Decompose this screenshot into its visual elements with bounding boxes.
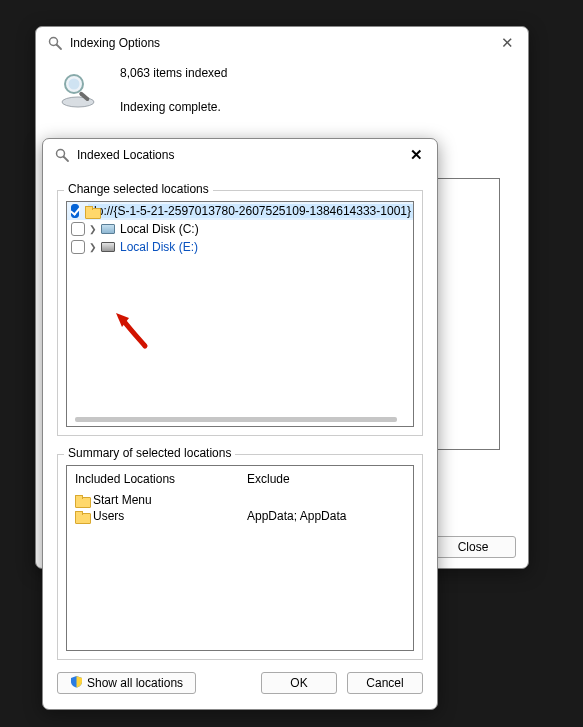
tree-row[interactable]: ❯ Local Disk (E:) [67, 238, 413, 256]
summary-row-name: Users [93, 509, 124, 523]
included-header: Included Locations [75, 472, 231, 486]
checkbox[interactable] [71, 240, 85, 254]
ok-button[interactable]: OK [261, 672, 337, 694]
close-icon[interactable]: ✕ [497, 34, 518, 52]
indexed-locations-window: Indexed Locations ✕ Change selected loca… [42, 138, 438, 710]
folder-icon [75, 511, 89, 522]
show-all-locations-button[interactable]: Show all locations [57, 672, 196, 694]
annotation-arrow-icon [113, 310, 153, 350]
tree-row-label: Local Disk (E:) [118, 240, 200, 254]
summary-row[interactable]: Users [75, 508, 231, 524]
svg-line-1 [57, 45, 62, 50]
titlebar[interactable]: Indexed Locations ✕ [43, 139, 437, 168]
tree-row-label: dp://{S-1-5-21-2597013780-2607525109-138… [88, 204, 413, 218]
summary-row-name: Start Menu [93, 493, 152, 507]
tree-row[interactable]: dp://{S-1-5-21-2597013780-2607525109-138… [67, 202, 413, 220]
tree-row-label: Local Disk (C:) [118, 222, 201, 236]
svg-point-4 [69, 79, 80, 90]
window-title: Indexed Locations [77, 148, 406, 162]
summary-exclude-cell [247, 492, 346, 508]
folder-icon [75, 495, 89, 506]
summary-exclude-cell: AppData; AppData [247, 508, 346, 524]
checkbox[interactable] [71, 222, 85, 236]
summary-row[interactable]: Start Menu [75, 492, 231, 508]
horizontal-scrollbar[interactable] [75, 417, 397, 422]
summary-legend: Summary of selected locations [64, 446, 235, 460]
locations-tree[interactable]: dp://{S-1-5-21-2597013780-2607525109-138… [66, 201, 414, 427]
drive-icon [101, 224, 115, 234]
change-locations-legend: Change selected locations [64, 182, 213, 196]
expand-icon[interactable]: ❯ [88, 242, 98, 252]
search-icon [53, 147, 71, 163]
checkbox[interactable] [71, 204, 79, 218]
magnifier-icon [58, 70, 98, 110]
search-icon [46, 35, 64, 51]
summary-table: Included Locations Start Menu Users Excl… [66, 465, 414, 651]
titlebar[interactable]: Indexing Options ✕ [36, 27, 528, 56]
summary-group: Summary of selected locations Included L… [57, 454, 423, 660]
drive-icon [101, 242, 115, 252]
shield-icon [70, 675, 83, 691]
change-locations-group: Change selected locations dp://{S-1-5-21… [57, 190, 423, 436]
close-button[interactable]: Close [430, 536, 516, 558]
close-icon[interactable]: ✕ [406, 146, 427, 164]
indexing-status-text: Indexing complete. [120, 96, 227, 118]
tree-row[interactable]: ❯ Local Disk (C:) [67, 220, 413, 238]
svg-line-7 [64, 157, 69, 162]
cancel-button[interactable]: Cancel [347, 672, 423, 694]
expand-icon[interactable]: ❯ [88, 224, 98, 234]
exclude-header: Exclude [247, 472, 346, 486]
items-indexed-text: 8,063 items indexed [120, 62, 227, 84]
window-title: Indexing Options [70, 36, 497, 50]
